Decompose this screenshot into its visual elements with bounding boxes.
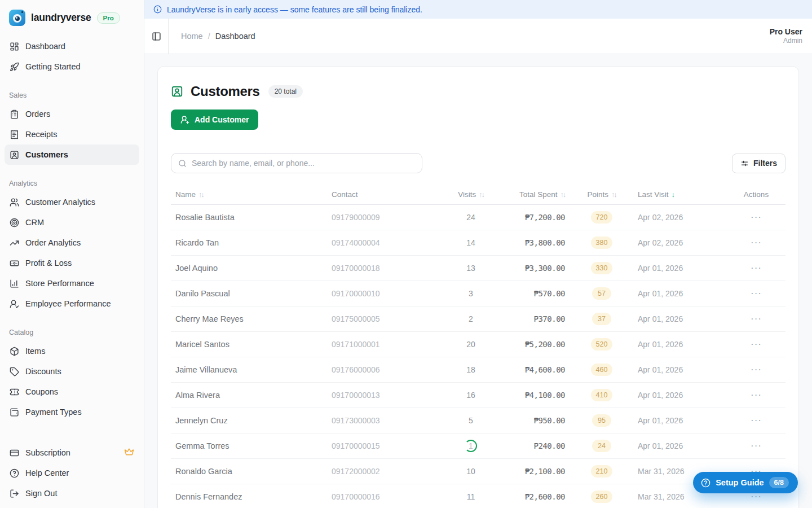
row-actions-button[interactable]: ··· [751,390,762,400]
table-row[interactable]: Joel Aquino0917000001813₱3,300.00330Apr … [171,256,785,281]
sidebar-item-customers[interactable]: Customers [5,144,139,165]
row-actions-button[interactable]: ··· [751,288,762,298]
row-actions-button[interactable]: ··· [751,238,762,247]
row-actions-button[interactable]: ··· [751,212,762,222]
sidebar-nav: DashboardGetting StartedSalesOrdersRecei… [0,33,144,443]
customer-name: Dennis Fernandez [171,492,332,501]
table-row[interactable]: Dennis Fernandez0917000001611₱2,600.0026… [171,484,785,508]
main-area: LaundryVerse is in early access — some f… [144,0,812,508]
sidebar-toggle-button[interactable] [144,19,169,54]
row-actions-button[interactable]: ··· [751,339,762,349]
customer-contact: 09171000001 [332,340,442,349]
clipboard-list-icon [10,110,19,119]
customer-last-visit: Apr 01, 2026 [634,264,727,273]
customer-contact: 09170000018 [332,264,442,273]
sidebar-item-label: Subscription [25,448,70,457]
breadcrumb-current: Dashboard [215,32,255,41]
customer-last-visit: Apr 01, 2026 [634,314,727,323]
table-row[interactable]: Danilo Pascual091700000103₱570.0057Apr 0… [171,281,785,306]
table-row[interactable]: Gemma Torres091700000151₱240.0024Apr 01,… [171,433,785,459]
pro-plan-badge: Pro [97,12,120,24]
table-row[interactable]: Maricel Santos0917100000120₱5,200.00520A… [171,332,785,357]
points-cell: 460 [570,364,634,376]
customer-total-spent: ₱370.00 [500,314,570,323]
sidebar-item-help-center[interactable]: Help Center [5,463,139,483]
breadcrumb-home-link[interactable]: Home [181,32,203,41]
sidebar-item-order-analytics[interactable]: Order Analytics [5,233,139,253]
brand[interactable]: laundryverse Pro [0,0,144,33]
table-row[interactable]: Jaime Villanueva0917600000618₱4,600.0046… [171,357,785,383]
points-cell: 95 [570,414,634,427]
actions-cell: ··· [727,390,785,400]
setup-guide-label: Setup Guide [716,478,764,487]
column-header-last-visit[interactable]: Last Visit↓ [634,190,727,199]
filters-button[interactable]: Filters [732,154,785,173]
tag-icon [10,367,19,376]
sidebar-item-label: Orders [25,110,50,119]
table-row[interactable]: Jennelyn Cruz091730000035₱950.0095Apr 01… [171,408,785,433]
sidebar-item-orders[interactable]: Orders [5,104,139,124]
table-row[interactable]: Rosalie Bautista0917900000924₱7,200.0072… [171,205,785,230]
setup-guide-button[interactable]: Setup Guide 6/8 [693,472,798,493]
customer-name: Ricardo Tan [171,238,332,247]
actions-cell: ··· [727,441,785,451]
sidebar-item-crm[interactable]: CRM [5,212,139,233]
table-row[interactable]: Cherry Mae Reyes091750000052₱370.0037Apr… [171,306,785,332]
panel-left-icon [152,32,161,41]
row-actions-button[interactable]: ··· [751,415,762,425]
banknote-icon [10,259,19,268]
sidebar-item-receipts[interactable]: Receipts [5,124,139,144]
actions-cell: ··· [727,212,785,222]
column-header-name[interactable]: Name↑↓ [171,190,332,199]
sidebar-item-label: CRM [25,218,44,227]
column-label: Last Visit [638,190,669,199]
sidebar-item-label: Employee Performance [25,299,111,308]
sidebar-item-profit-loss[interactable]: Profit & Loss [5,253,139,273]
points-badge: 95 [592,414,611,427]
table-row[interactable]: Ricardo Tan0917400000414₱3,800.00380Apr … [171,230,785,256]
sidebar-item-items[interactable]: Items [5,341,139,361]
sidebar-item-sign-out[interactable]: Sign Out [5,483,139,503]
column-label: Contact [332,190,358,199]
sidebar-item-dashboard[interactable]: Dashboard [5,36,139,56]
user-check-icon [10,299,19,309]
table-row[interactable]: Alma Rivera0917000001316₱4,100.00410Apr … [171,383,785,408]
sidebar-item-subscription[interactable]: Subscription [5,443,139,463]
sidebar-item-employee-performance[interactable]: Employee Performance [5,294,139,314]
ticket-icon [10,387,19,397]
sidebar-item-getting-started[interactable]: Getting Started [5,56,139,77]
row-actions-button[interactable]: ··· [751,263,762,273]
breadcrumb: Home / Dashboard [169,32,255,41]
sidebar-item-store-performance[interactable]: Store Performance [5,273,139,294]
actions-cell: ··· [727,263,785,273]
row-actions-button[interactable]: ··· [751,314,762,323]
info-icon [153,5,162,14]
customer-name: Rosalie Bautista [171,213,332,222]
rocket-icon [10,62,19,72]
customer-last-visit: Mar 31, 2026 [634,492,727,501]
column-header-total-spent[interactable]: Total Spent↑↓ [500,190,570,199]
points-badge: 410 [591,389,613,401]
sort-icon: ↑↓ [611,191,616,199]
column-header-visits[interactable]: Visits↑↓ [442,190,500,199]
page-header: Customers 20 total [171,84,785,99]
sidebar-item-payment-types[interactable]: Payment Types [5,402,139,422]
add-customer-button[interactable]: Add Customer [171,110,258,130]
customer-contact: 09176000006 [332,365,442,374]
customer-contact: 09170000013 [332,391,442,400]
search-input[interactable] [192,159,415,168]
row-actions-button[interactable]: ··· [751,365,762,374]
points-cell: 37 [570,313,634,325]
row-actions-button[interactable]: ··· [751,441,762,450]
customer-total-spent: ₱570.00 [500,289,570,298]
sort-icon: ↑↓ [198,191,204,199]
sidebar-item-coupons[interactable]: Coupons [5,382,139,402]
customer-visits: 24 [442,213,500,222]
points-cell: 720 [570,211,634,224]
points-badge: 260 [591,491,613,503]
column-header-points[interactable]: Points↑↓ [570,190,634,199]
sidebar-item-discounts[interactable]: Discounts [5,361,139,382]
sidebar-item-customer-analytics[interactable]: Customer Analytics [5,192,139,212]
loading-spinner-icon [465,440,477,452]
banner-text: LaundryVerse is in early access — some f… [167,5,422,14]
